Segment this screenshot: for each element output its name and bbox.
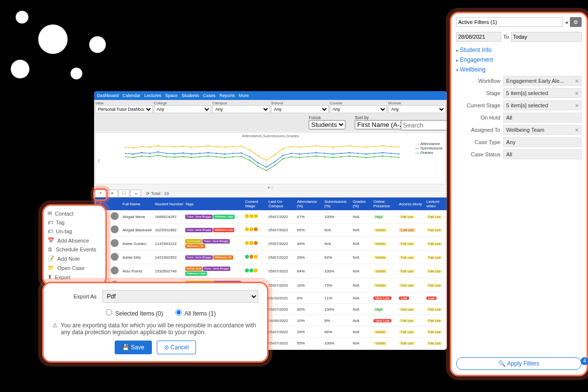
svg-point-98 xyxy=(374,156,375,158)
date-to-input[interactable] xyxy=(511,32,582,42)
ctx-untag[interactable]: 🏷Un-tag xyxy=(48,227,101,236)
cell-sub: 8% xyxy=(324,318,352,323)
ctx-opencase[interactable]: 📁Open Case xyxy=(48,263,101,272)
nav-reports[interactable]: Reports xyxy=(220,93,235,98)
svg-point-2 xyxy=(141,146,143,147)
chart-prev-icon[interactable]: ‹ xyxy=(98,155,100,166)
col-fullname[interactable]: Full Name xyxy=(122,202,154,206)
search-input[interactable] xyxy=(401,120,447,130)
clear-filter-icon[interactable]: ✕ xyxy=(575,78,579,84)
filter-value[interactable]: Wellbeing Team✕ xyxy=(503,125,582,135)
clear-filter-icon[interactable]: ✕ xyxy=(575,91,579,96)
filter-value[interactable]: Engagement Early Ale...✕ xyxy=(503,76,582,86)
active-filters-input[interactable] xyxy=(456,17,563,27)
col-grades[interactable]: Grades (%) xyxy=(353,199,372,208)
chart-view-button[interactable]: ⫠ xyxy=(130,190,141,197)
collapse-icon[interactable]: ◂ xyxy=(565,19,568,25)
column-view-button[interactable]: ⫶⫶ xyxy=(119,190,129,197)
college-select[interactable]: Any xyxy=(154,105,212,113)
course-select[interactable]: Any xyxy=(330,105,388,113)
col-lastcampus[interactable]: Last On Campus xyxy=(269,199,296,208)
clear-filter-icon[interactable]: ✕ xyxy=(575,127,579,133)
col-tags[interactable]: Tags xyxy=(185,202,244,206)
ctx-tag[interactable]: 🏷Tag xyxy=(48,218,101,227)
cell-stage xyxy=(245,269,268,273)
table-row[interactable]: ≡ Abigail Meza 1688814257 Tutor: Jane Bl… xyxy=(94,210,447,223)
apply-filters-button[interactable]: 🔍 Apply Filters xyxy=(456,357,582,370)
nav-calendar[interactable]: Calendar xyxy=(122,93,141,98)
svg-point-45 xyxy=(216,153,217,154)
col-lecture[interactable]: Lecture video xyxy=(426,199,447,208)
cell-grd: N/A xyxy=(353,269,372,273)
clear-filter-icon[interactable]: ✕ xyxy=(575,103,579,108)
nav-dashboard[interactable]: Dashboard xyxy=(97,93,119,98)
table-row[interactable]: ≡ Adele Golden 1147893122 CommuterTutor:… xyxy=(94,237,447,251)
svg-point-42 xyxy=(191,153,192,155)
cell-name: Abigail Blackwell xyxy=(122,228,154,232)
filter-value[interactable]: Any xyxy=(503,137,582,147)
cell-lecture: Fair use xyxy=(426,307,447,312)
cell-date: 05/07/2022 xyxy=(269,242,296,246)
tag-icon: 🏷 xyxy=(48,220,53,225)
table-row[interactable]: ≡ Adele Ellis 1421902553 Tutor: Jane Blo… xyxy=(94,251,447,264)
filter-value[interactable]: 5 item[s] selected✕ xyxy=(503,88,582,98)
filter-count-badge: 4 xyxy=(581,357,588,365)
ctx-note[interactable]: 📝Add Note xyxy=(48,254,101,263)
ctx-absence[interactable]: 📅Add Absence xyxy=(48,236,101,245)
col-online[interactable]: Online Presence xyxy=(373,199,398,208)
export-warning: You are exporting data for which you wil… xyxy=(61,322,258,336)
cell-date: 05/07/2022 xyxy=(269,283,296,288)
filter-value[interactable]: All xyxy=(503,149,582,159)
filter-row: Assigned To Wellbeing Team✕ xyxy=(456,125,582,135)
table-row[interactable]: ≡ Aldo Pointz 1510502748 Home studTutor:… xyxy=(94,264,447,278)
svg-point-43 xyxy=(199,153,200,154)
ctx-export[interactable]: ⬆Export xyxy=(48,272,101,282)
chart-pager[interactable]: ● ○ xyxy=(94,185,447,190)
section-wellbeing[interactable]: Wellbeing xyxy=(456,66,582,73)
nav-cases[interactable]: Cases xyxy=(203,93,216,98)
school-select[interactable]: Any xyxy=(271,105,329,113)
campus-label: Campus xyxy=(212,101,270,105)
section-engagement[interactable]: Engagement xyxy=(456,56,582,63)
cell-att: 18% xyxy=(297,283,323,288)
col-attendance[interactable]: Attendance (%) xyxy=(297,199,323,208)
focus-select[interactable]: Students xyxy=(309,120,345,129)
export-as-label: Export As xyxy=(52,294,97,299)
col-stage[interactable]: Current Stage xyxy=(245,199,268,208)
svg-point-70 xyxy=(141,155,143,157)
col-submissions[interactable]: Submissions (%) xyxy=(324,199,352,208)
nav-space[interactable]: Space xyxy=(165,93,178,98)
list-view-button[interactable]: ≡ xyxy=(107,190,118,197)
export-format-select[interactable]: Pdf xyxy=(102,290,258,303)
module-select[interactable]: Any xyxy=(388,105,446,113)
svg-point-32 xyxy=(391,146,392,147)
filter-value[interactable]: All xyxy=(503,113,582,122)
nav-lectures[interactable]: Lectures xyxy=(145,93,162,98)
date-from-input[interactable] xyxy=(456,32,501,42)
svg-point-3 xyxy=(149,147,151,148)
cell-access: Fair use xyxy=(399,269,425,273)
gear-icon[interactable]: ⚙ xyxy=(570,17,582,27)
warning-icon: ⚠ xyxy=(52,322,58,336)
cell-date: 05/07/2022 xyxy=(269,307,296,312)
nav-more[interactable]: More xyxy=(239,93,249,98)
ctx-contact[interactable]: ✉Contact xyxy=(48,209,101,218)
radio-selected[interactable]: Selected Items (0) xyxy=(103,308,163,317)
col-studentnum[interactable]: Student Number xyxy=(155,202,184,206)
chart-panel: Attendance,Submissions,Grades ‹ Attendan… xyxy=(95,132,446,184)
ctx-schedule[interactable]: 🗓Schedule Events xyxy=(48,245,101,254)
filter-value[interactable]: 5 item[s] selected✕ xyxy=(503,100,582,110)
cancel-button[interactable]: ⊘ Cancel xyxy=(157,341,196,354)
svg-point-50 xyxy=(257,162,259,164)
svg-point-91 xyxy=(316,155,317,157)
col-access[interactable]: Access study xyxy=(399,202,425,206)
view-select[interactable]: Personal Tutor Dashboard xyxy=(95,105,153,113)
refresh-icon[interactable]: ⟳ xyxy=(146,191,150,196)
table-row[interactable]: ≡ Abigail Blackwell 1023501882 Tutor: Ja… xyxy=(94,223,447,237)
radio-all[interactable]: All Items (1) xyxy=(173,308,216,317)
campus-select[interactable]: Any xyxy=(212,105,270,113)
section-student-info[interactable]: Student Info xyxy=(456,47,582,53)
cell-tags: CommuterTutor: Jane BloggsWellness OK xyxy=(185,239,244,248)
save-button[interactable]: 💾 Save xyxy=(115,341,152,354)
nav-students[interactable]: Students xyxy=(182,93,199,98)
